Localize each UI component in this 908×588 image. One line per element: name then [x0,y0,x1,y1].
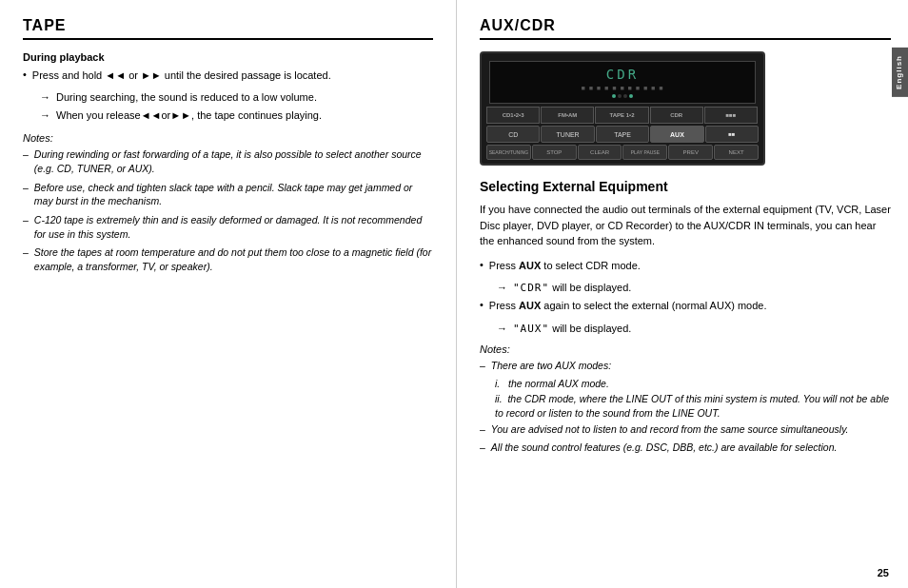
device-screen-display: CDR [606,67,639,82]
aux-bullet-list: Press AUX to select CDR mode. [480,259,891,273]
tape-bullet-item: Press and hold ◄◄ or ►► until the desire… [23,69,433,83]
device-buttons-area: CD1•2•3 FM•AM TAPE 1•2 CDR ■■■ CD TUNER … [486,107,759,159]
aux-aux-display: "AUX" [513,322,549,336]
device-btn-play: PLAY PAUSE [622,145,667,160]
device-tab-fmam: FM•AM [541,107,594,124]
device-btn-tape: TAPE [596,126,649,143]
device-btn-aux: AUX [650,126,703,143]
aux-note-2: You are advised not to listen to and rec… [480,422,891,437]
device-btn-stop: STOP [532,145,577,160]
device-tab-cdr: CDR [650,107,703,124]
device-btn-search: SEARCH/TUNING [486,145,531,160]
aux-description: If you have connected the audio out term… [480,202,891,249]
device-tab-tape: TAPE 1•2 [595,107,648,124]
device-tabs: CD1•2•3 FM•AM TAPE 1•2 CDR ■■■ [486,107,759,124]
tape-bullet-list: Press and hold ◄◄ or ►► until the desire… [23,69,433,83]
tape-arrow-2: When you release ◄◄ or ►►, the tape cont… [40,108,433,123]
device-control-buttons: SEARCH/TUNING STOP CLEAR PLAY PAUSE PREV… [486,145,759,160]
device-screen-sub: ■ ■ ■ ■ ■ ■ ■ ■ ■ ■ ■ [582,85,664,91]
device-image: CDR ■ ■ ■ ■ ■ ■ ■ ■ ■ ■ ■ CD1•2•3 FM•AM … [480,51,765,166]
tape-bullet-text: Press and hold ◄◄ or ►► until the desire… [32,69,331,83]
tape-note-2: Before use, check and tighten slack tape… [23,181,433,208]
tape-arrow-1: During searching, the sound is reduced t… [40,90,433,105]
aux-bullet-2: Press AUX again to select the external (… [480,299,891,313]
device-source-buttons: CD TUNER TAPE AUX ■■ [486,126,759,143]
aux-bullet-text-1: Press AUX to select CDR mode. [489,259,641,273]
device-btn-tuner: TUNER [541,126,594,143]
aux-note-1: There are two AUX modes: [480,359,891,373]
tape-note-3: C-120 tape is extremely thin and is easi… [23,213,433,241]
aux-note-1a: i. the normal AUX mode. [495,377,891,391]
device-btn-next: NEXT [714,145,759,160]
device-tab-cd: CD1•2•3 [486,107,540,124]
tape-notes-title: Notes: [23,132,433,144]
aux-bullet-text-2: Press AUX again to select the external (… [489,299,767,313]
tape-header: TAPE [23,17,433,40]
page-number: 25 [878,567,889,578]
tape-panel: TAPE During playback Press and hold ◄◄ o… [0,0,457,588]
aux-bullet-list-2: Press AUX again to select the external (… [480,299,891,313]
device-btn-prev: PREV [668,145,713,160]
language-tab: English [892,48,908,97]
device-tab-empty: ■■■ [704,107,758,124]
device-btn-cd: CD [486,126,540,143]
device-indicators [612,94,633,98]
device-screen: CDR ■ ■ ■ ■ ■ ■ ■ ■ ■ ■ ■ [489,61,756,104]
aux-arrow-2: "AUX" will be displayed. [497,322,891,336]
aux-notes-title: Notes: [480,343,891,355]
selecting-title: Selecting External Equipment [480,179,891,194]
aux-bullet-1: Press AUX to select CDR mode. [480,259,891,273]
aux-panel: AUX/CDR CDR ■ ■ ■ ■ ■ ■ ■ ■ ■ ■ ■ CD1•2•… [457,0,908,588]
during-playback-title: During playback [23,51,433,63]
device-btn-clear: CLEAR [578,145,622,160]
aux-cdr-display: "CDR" [513,281,549,295]
aux-note-1b: ii. the CDR mode, where the LINE OUT of … [495,392,891,420]
device-btn-misc: ■■ [705,126,759,143]
tape-note-1: During rewinding or fast forwarding of a… [23,147,433,175]
aux-arrow-1: "CDR" will be displayed. [497,281,891,295]
aux-note-3: All the sound control features (e.g. DSC… [480,441,891,455]
aux-header: AUX/CDR [480,17,891,40]
tape-note-4: Store the tapes at room temperature and … [23,245,433,273]
